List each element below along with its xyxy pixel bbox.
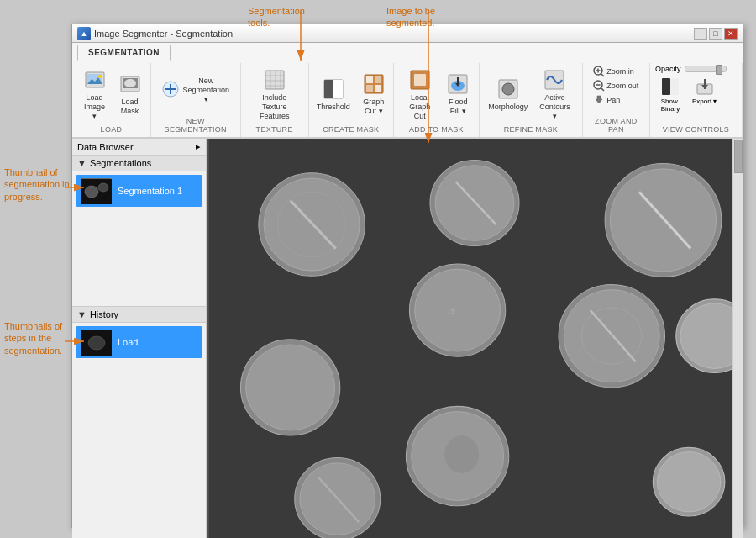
data-browser-header: Data Browser ▸ — [72, 139, 206, 156]
pan-button[interactable]: Pan — [591, 93, 622, 107]
tab-segmentation[interactable]: SEGMENTATION — [77, 45, 171, 61]
ribbon-group-add-to-mask: LocalGraph Cut FloodFill ▾ — [394, 63, 480, 137]
toolbar-container: SEGMENTATION — [72, 43, 743, 139]
window-title: Image Segmenter - Segmentation — [94, 29, 694, 39]
local-graph-cut-button[interactable]: LocalGraph Cut — [399, 65, 441, 124]
canvas-area[interactable]: ⑤ — [207, 139, 743, 538]
include-texture-label: Include TextureFeatures — [251, 93, 298, 120]
graph-cut-button[interactable]: GraphCut ▾ — [357, 69, 391, 119]
data-browser-expand[interactable]: ▸ — [196, 141, 201, 152]
svg-line-45 — [601, 88, 604, 91]
svg-line-42 — [601, 74, 604, 76]
local-graph-cut-icon — [408, 68, 432, 92]
pan-label: Pan — [606, 96, 620, 104]
show-binary-icon — [661, 77, 680, 98]
ribbon-group-refine-mask: Morphology ActiveContours ▾ REFINE MASK — [480, 63, 583, 137]
svg-rect-15 — [265, 71, 284, 89]
svg-rect-28 — [366, 85, 373, 92]
show-binary-button[interactable]: ShowBinary — [655, 75, 685, 115]
refine-mask-buttons: Morphology ActiveContours ▾ — [485, 65, 577, 124]
segmentation-label-0: Segmentation 1 — [118, 186, 182, 196]
history-label-0: Load — [118, 337, 138, 347]
svg-rect-46 — [662, 78, 670, 95]
export-button[interactable]: Export ▾ — [689, 75, 720, 115]
ribbon: LoadImage ▾ LoadMask LOAD — [72, 60, 743, 138]
segmentations-header: ▼ Segmentations — [72, 156, 206, 171]
history-item-0[interactable]: Load — [76, 326, 202, 358]
load-mask-label: LoadMask — [121, 98, 139, 116]
svg-point-55 — [88, 336, 105, 350]
threshold-label: Threshold — [317, 103, 350, 112]
ribbon-group-zoom: Zoom in Zoom out Pan — [583, 63, 650, 137]
show-binary-label: ShowBinary — [661, 98, 680, 113]
ribbon-group-create-mask: Threshold GraphCut ▾ — [309, 63, 394, 137]
svg-point-53 — [98, 183, 108, 192]
vertical-scrollbar-thumb[interactable] — [734, 140, 743, 173]
ribbon-group-texture: Include TextureFeatures TEXTURE — [241, 63, 309, 137]
history-collapse[interactable]: ▼ — [77, 309, 87, 319]
include-texture-icon — [263, 68, 286, 92]
zoom-buttons: Zoom in Zoom out Pan — [591, 65, 641, 115]
create-mask-buttons: Threshold GraphCut ▾ — [312, 65, 391, 124]
segmentation-thumbnail-0 — [81, 178, 111, 203]
svg-rect-26 — [366, 76, 373, 83]
svg-point-37 — [502, 83, 514, 95]
threshold-button[interactable]: Threshold — [312, 74, 355, 115]
history-panel: ▼ History Load — [72, 307, 206, 538]
segmentations-label: Segmentations — [90, 158, 151, 168]
new-segmentation-label: NewSegmentation ▾ — [182, 76, 230, 103]
zoom-group-label: ZOOM AND PAN — [588, 117, 644, 135]
export-icon — [696, 77, 714, 98]
zoom-out-button[interactable]: Zoom out — [591, 79, 641, 92]
morphology-button[interactable]: Morphology — [485, 74, 531, 115]
vertical-scrollbar[interactable] — [732, 139, 743, 538]
svg-point-52 — [85, 186, 98, 198]
new-segmentation-button[interactable]: NewSegmentation ▾ — [156, 73, 235, 107]
view-controls-group-label: VIEW CONTROLS — [663, 125, 729, 135]
ribbon-group-view-controls: Opacity — [650, 63, 743, 137]
graph-cut-label: GraphCut ▾ — [363, 98, 384, 116]
create-mask-group-label: CREATE MASK — [323, 125, 379, 135]
history-header: ▼ History — [72, 307, 206, 323]
flood-fill-button[interactable]: FloodFill ▾ — [443, 69, 475, 119]
load-image-button[interactable]: LoadImage ▾ — [76, 65, 112, 124]
add-to-mask-group-label: ADD TO MASK — [409, 125, 464, 135]
sidebar: Data Browser ▸ ▼ Segmentations — [72, 139, 207, 538]
zoom-in-button[interactable]: Zoom in — [591, 65, 637, 78]
segmentations-panel: ▼ Segmentations Segmentation 1 — [72, 156, 206, 307]
zoom-in-label: Zoom in — [606, 67, 634, 76]
flood-fill-icon — [446, 72, 470, 96]
morphology-icon — [496, 77, 520, 101]
morphology-label: Morphology — [488, 103, 528, 112]
close-button[interactable]: ✕ — [724, 28, 738, 40]
load-mask-button[interactable]: LoadMask — [114, 69, 146, 119]
minimize-button[interactable]: ─ — [694, 28, 707, 40]
annotation-thumbnail-seg: Thumbnail of segmentation in progress. — [4, 166, 71, 203]
zoom-out-label: Zoom out — [606, 82, 638, 90]
svg-point-77 — [246, 345, 335, 430]
tab-row: SEGMENTATION — [72, 43, 743, 60]
ribbon-group-load: LoadImage ▾ LoadMask LOAD — [72, 63, 151, 137]
segmentation-item-0[interactable]: Segmentation 1 — [76, 175, 202, 207]
svg-rect-31 — [414, 74, 426, 86]
svg-text:⑤: ⑤ — [449, 308, 456, 317]
svg-point-80 — [444, 435, 479, 473]
maximize-button[interactable]: □ — [709, 28, 722, 40]
load-image-label: LoadImage ▾ — [81, 93, 107, 120]
ribbon-group-new-seg: NewSegmentation ▾ NEW SEGMENTATION — [151, 63, 241, 137]
opacity-label: Opacity — [655, 65, 681, 73]
segmentations-collapse[interactable]: ▼ — [77, 158, 87, 168]
load-buttons: LoadImage ▾ LoadMask — [76, 65, 145, 124]
view-control-buttons: Opacity — [655, 65, 737, 124]
annotation-image-to-seg: Image to be segmented. — [386, 5, 454, 29]
new-segmentation-icon — [161, 80, 180, 98]
texture-buttons: Include TextureFeatures — [246, 65, 303, 124]
main-area: Data Browser ▸ ▼ Segmentations — [72, 139, 743, 538]
export-label: Export ▾ — [692, 98, 717, 105]
svg-point-8 — [98, 75, 102, 78]
include-texture-button[interactable]: Include TextureFeatures — [246, 65, 303, 124]
svg-rect-24 — [333, 80, 343, 98]
app-icon: ▲ — [77, 27, 91, 40]
active-contours-button[interactable]: ActiveContours ▾ — [533, 65, 576, 124]
history-label: History — [90, 309, 118, 319]
